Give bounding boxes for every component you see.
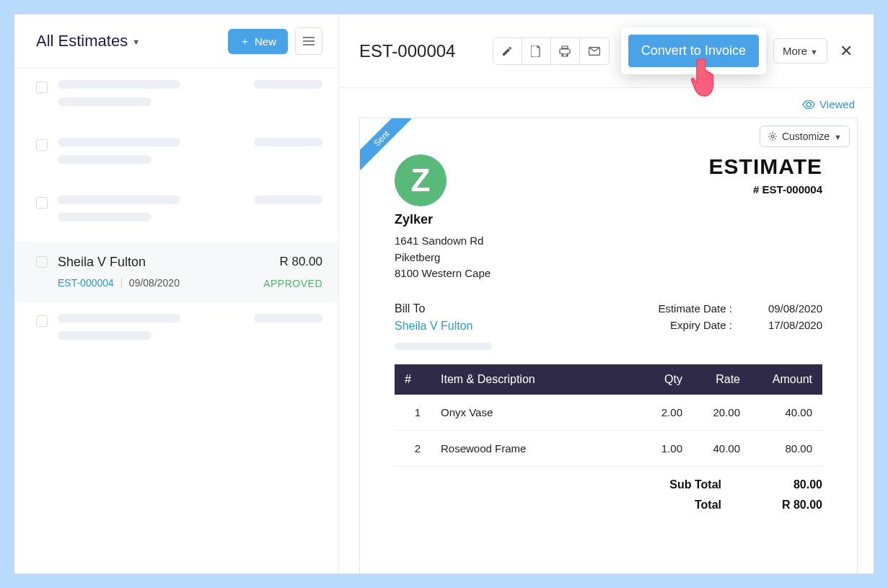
bill-to-name[interactable]: Sheila V Fulton	[395, 320, 492, 333]
ribbon-label: Sent	[360, 118, 417, 174]
placeholder-line	[254, 138, 322, 146]
row-checkbox[interactable]	[36, 197, 48, 209]
expiry-date-label: Expiry Date :	[670, 319, 732, 331]
table-row: 1Onyx Vase2.0020.0040.00	[395, 395, 822, 431]
estimate-date-label: Estimate Date :	[658, 302, 732, 315]
placeholder-line	[58, 331, 151, 340]
row-checkbox[interactable]	[36, 315, 48, 327]
list-item[interactable]	[14, 126, 338, 184]
viewed-indicator: Viewed	[359, 88, 858, 118]
row-checkbox[interactable]	[36, 139, 48, 151]
cell-rate: 20.00	[693, 395, 750, 431]
line-items-table: # Item & Description Qty Rate Amount 1On…	[395, 364, 822, 467]
filter-dropdown[interactable]: All Estimates ▼	[36, 32, 140, 51]
row-checkbox[interactable]	[36, 82, 48, 93]
list-menu-button[interactable]	[295, 27, 322, 55]
totals-section: Sub Total 80.00 Total R 80.00	[395, 478, 822, 512]
cell-index: 1	[395, 395, 431, 431]
col-amount: Amount	[750, 364, 822, 395]
printer-icon	[559, 45, 571, 57]
row-status: APPROVED	[263, 278, 322, 289]
total-value: R 80.00	[765, 499, 822, 512]
placeholder-line	[254, 314, 322, 322]
cell-description: Onyx Vase	[431, 395, 642, 431]
list-item[interactable]	[14, 69, 338, 126]
new-button-label: New	[255, 35, 276, 48]
pencil-icon	[501, 45, 513, 57]
cell-description: Rosewood Frame	[431, 430, 642, 466]
placeholder-line	[58, 138, 180, 146]
placeholder-line	[254, 196, 322, 204]
customize-label: Customize	[782, 131, 830, 142]
filter-title: All Estimates	[36, 32, 128, 51]
col-qty: Qty	[642, 364, 693, 395]
placeholder-line	[58, 155, 151, 164]
plus-icon: ＋	[239, 35, 250, 48]
row-estimate-number[interactable]: EST-000004	[58, 277, 114, 289]
cell-rate: 40.00	[693, 430, 750, 466]
table-row: 2Rosewood Frame1.0040.0080.00	[395, 430, 822, 466]
company-address-line: 1641 Sandown Rd	[395, 233, 491, 250]
estimates-list-pane: All Estimates ▼ ＋ New	[14, 14, 339, 574]
list-item-selected[interactable]: Sheila V Fulton EST-000004 09/08/2020 R …	[14, 242, 338, 302]
list-item[interactable]	[14, 302, 338, 360]
company-name: Zylker	[395, 212, 491, 227]
action-toolbar	[493, 38, 610, 65]
expiry-date-value: 17/08/2020	[768, 319, 822, 331]
print-button[interactable]	[551, 38, 580, 64]
svg-point-1	[771, 135, 774, 138]
pdf-button[interactable]	[522, 38, 551, 64]
col-rate: Rate	[693, 364, 750, 395]
gear-icon	[768, 131, 778, 141]
mail-icon	[589, 47, 600, 56]
subtotal-value: 80.00	[765, 478, 822, 491]
hamburger-icon	[303, 37, 315, 45]
email-button[interactable]	[580, 38, 609, 64]
estimates-list: Sheila V Fulton EST-000004 09/08/2020 R …	[14, 69, 338, 574]
pdf-icon	[531, 45, 541, 57]
col-description: Item & Description	[431, 364, 642, 395]
edit-button[interactable]	[493, 38, 522, 64]
detail-header: EST-000004	[339, 14, 874, 88]
subtotal-label: Sub Total	[669, 478, 721, 491]
company-address-line: 8100 Western Cape	[395, 266, 491, 282]
cell-amount: 80.00	[750, 430, 822, 466]
total-label: Total	[695, 499, 721, 512]
cell-amount: 40.00	[750, 395, 822, 431]
placeholder-line	[254, 80, 322, 89]
placeholder-line	[58, 213, 151, 221]
cell-qty: 1.00	[642, 430, 693, 466]
estimate-heading: ESTIMATE	[709, 154, 822, 179]
new-button[interactable]: ＋ New	[228, 29, 288, 54]
document-title: EST-000004	[359, 41, 455, 61]
caret-down-icon: ▼	[834, 133, 842, 141]
convert-popover: Convert to Invoice	[621, 27, 766, 74]
caret-down-icon: ▼	[132, 38, 140, 46]
placeholder-line	[58, 80, 180, 89]
estimate-date-value: 09/08/2020	[768, 302, 822, 315]
divider	[121, 278, 122, 288]
bill-to-label: Bill To	[395, 302, 492, 315]
placeholder-line	[58, 97, 151, 106]
placeholder-line	[58, 196, 180, 204]
placeholder-line	[58, 314, 180, 322]
convert-to-invoice-button[interactable]: Convert to Invoice	[628, 35, 759, 67]
close-icon: ✕	[840, 42, 853, 60]
status-ribbon: Sent	[360, 118, 418, 176]
close-button[interactable]: ✕	[835, 40, 858, 63]
col-index: #	[395, 364, 431, 395]
company-address-line: Piketberg	[395, 250, 491, 266]
list-item[interactable]	[14, 184, 338, 242]
placeholder-line	[395, 343, 492, 350]
row-date: 09/08/2020	[129, 277, 180, 289]
row-checkbox[interactable]	[36, 256, 48, 268]
more-label: More	[783, 45, 807, 57]
cell-index: 2	[395, 430, 431, 466]
customize-button[interactable]: Customize ▼	[760, 126, 850, 147]
eye-icon	[802, 100, 815, 109]
estimate-number: # EST-000004	[709, 183, 822, 196]
row-customer-name: Sheila V Fulton	[58, 255, 253, 270]
viewed-label: Viewed	[819, 98, 855, 110]
more-button[interactable]: More ▼	[773, 38, 827, 63]
cell-qty: 2.00	[642, 395, 693, 431]
